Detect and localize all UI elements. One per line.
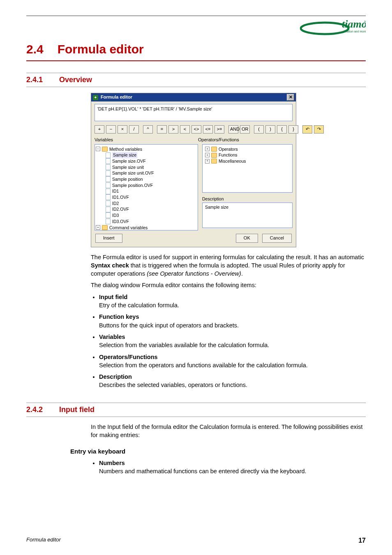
- key-lparen[interactable]: (: [254, 125, 264, 134]
- footer-left: Formula editor: [26, 536, 61, 545]
- section-overview-heading: 2.4.1 Overview: [26, 73, 366, 87]
- collapse-icon[interactable]: −: [96, 147, 100, 151]
- svg-point-0: [301, 23, 348, 34]
- key-rparen[interactable]: ): [265, 125, 275, 134]
- key-ne[interactable]: <>: [191, 125, 201, 134]
- overview-paragraph-2: The dialog window Formula editor contain…: [91, 281, 366, 289]
- file-icon: [106, 194, 111, 200]
- key-eq[interactable]: =: [157, 125, 167, 134]
- file-icon: [106, 182, 111, 188]
- key-or[interactable]: OR: [240, 125, 250, 134]
- folder-icon: [211, 147, 217, 152]
- app-icon: ✦: [93, 95, 98, 100]
- overview-paragraph-1: The Formula editor is used for support i…: [91, 253, 366, 278]
- dialog-titlebar: ✦ Formula editor ✕: [91, 93, 296, 101]
- file-icon: [106, 189, 111, 194]
- folder-icon: [102, 225, 108, 230]
- dialog-title: Formula editor: [101, 94, 132, 100]
- key-lt[interactable]: <: [180, 125, 190, 134]
- operators-functions-tree[interactable]: +Operators +Functions +Miscellaneous: [202, 144, 293, 193]
- key-lbrace[interactable]: {: [277, 125, 287, 134]
- expand-icon[interactable]: +: [205, 159, 210, 164]
- redo-icon[interactable]: ↷: [314, 125, 324, 134]
- expand-icon[interactable]: +: [96, 225, 100, 230]
- key-minus[interactable]: −: [106, 125, 116, 134]
- operators-functions-label: Operators/Functions: [198, 137, 293, 143]
- key-ge[interactable]: >=: [214, 125, 224, 134]
- description-label: Description: [202, 196, 293, 202]
- page-number: 17: [358, 536, 366, 545]
- folder-icon: [211, 153, 217, 158]
- file-icon: [106, 176, 111, 182]
- formula-input[interactable]: 'DET pH.EP{1}.VOL' * 'DET pH.TITER' / 'M…: [95, 104, 293, 121]
- file-icon: [106, 207, 111, 212]
- svg-text:™: ™: [364, 20, 366, 24]
- section-input-field-heading: 2.4.2 Input field: [26, 403, 366, 417]
- cancel-button[interactable]: Cancel: [262, 234, 292, 243]
- formula-editor-dialog: ✦ Formula editor ✕ 'DET pH.EP{1}.VOL' * …: [91, 93, 296, 247]
- brand-text: tiamo: [342, 18, 366, 30]
- folder-icon: [102, 147, 108, 152]
- chapter-heading: 2.4 Formula editor: [26, 41, 366, 58]
- file-icon: [106, 164, 111, 170]
- variables-label: Variables: [95, 137, 198, 143]
- file-icon: [106, 170, 111, 176]
- ok-button[interactable]: OK: [236, 234, 258, 243]
- key-mult[interactable]: ×: [118, 125, 127, 134]
- file-icon: [106, 158, 111, 164]
- key-and[interactable]: AND: [228, 125, 238, 134]
- key-gt[interactable]: >: [168, 125, 178, 134]
- key-plus[interactable]: +: [95, 125, 104, 134]
- file-icon: [106, 200, 111, 206]
- undo-icon[interactable]: ↶: [302, 125, 312, 134]
- function-key-row: + − × / ^ = > < <> <= >= AND OR ( ) { }: [95, 125, 293, 134]
- key-le[interactable]: <=: [203, 125, 213, 134]
- file-icon: [106, 219, 111, 224]
- file-icon: [106, 212, 111, 218]
- svg-text:titration and more: titration and more: [344, 30, 366, 33]
- key-pow[interactable]: ^: [143, 125, 153, 134]
- expand-icon[interactable]: +: [205, 153, 210, 157]
- close-icon[interactable]: ✕: [287, 94, 294, 101]
- expand-icon[interactable]: +: [205, 147, 210, 151]
- entry-via-keyboard-heading: Entry via keyboard: [70, 447, 366, 456]
- key-rbrace[interactable]: }: [288, 125, 298, 134]
- key-div[interactable]: /: [129, 125, 139, 134]
- input-field-paragraph: In the Input field of the formula editor…: [91, 423, 366, 440]
- variables-tree[interactable]: −Method variables Sample size Sample siz…: [95, 144, 198, 230]
- folder-icon: [211, 159, 217, 164]
- insert-button[interactable]: Insert: [95, 234, 122, 243]
- description-box: Sample size: [202, 203, 293, 228]
- items-list: Input fieldEtry of the calculation formu…: [99, 293, 366, 389]
- file-icon: [106, 152, 111, 158]
- brand-logo: tiamo ™ titration and more: [26, 18, 366, 37]
- keyboard-list: NumbersNumbers and mathematical function…: [99, 459, 366, 476]
